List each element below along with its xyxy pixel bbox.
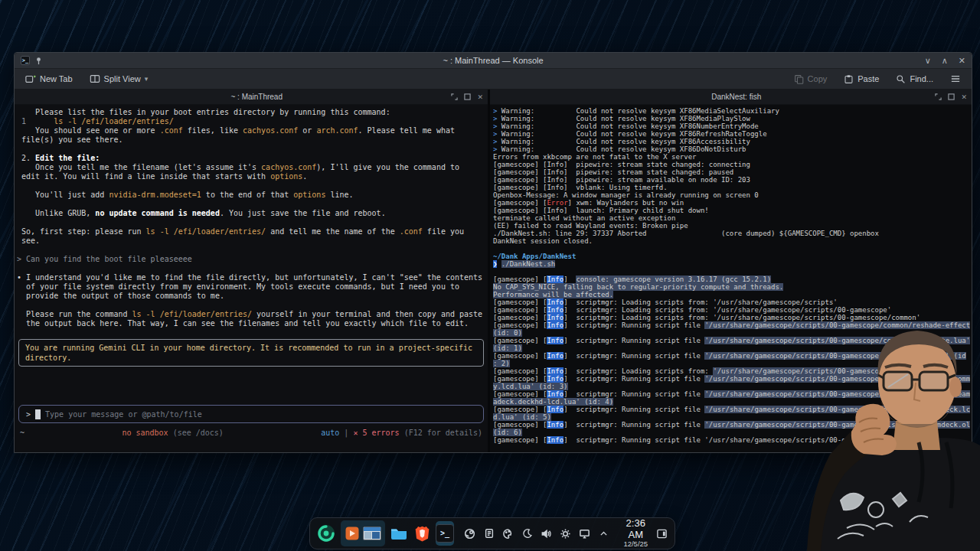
terminal-line: terminate called without an active excep… [493,214,970,222]
active-task-group[interactable] [341,520,385,546]
night-light-moon-icon[interactable] [521,527,534,540]
terminal-line: You should see one or more .conf files, … [17,126,485,135]
maximize-button[interactable]: ∧ [942,57,948,65]
sandbox-status: no sandbox (see /docs) [24,429,321,437]
terminal-line: ./DankNest.sh: line 29: 37337 Aborted (c… [493,230,970,237]
thumbnail-body [364,531,381,540]
task-konsole[interactable]: >_ [436,521,454,546]
titlebar-left: >_ [21,56,189,65]
terminal-line: provide the output of those commands to … [17,292,485,301]
color-palette-tray-icon[interactable] [501,527,514,540]
brightness-sun-icon[interactable] [559,527,572,540]
display-tray-icon[interactable] [578,527,591,540]
titlebar-buttons: ∨ ∧ ✕ [797,57,965,65]
terminal-line: [gamescope] [Info] pipewire: stream stat… [493,161,970,168]
paste-button[interactable]: Paste [839,72,884,86]
terminal-line: [gamescope] [Info] pipewire: stream avai… [493,176,970,184]
pane-danknest-title: DankNest: fish [537,93,935,101]
digital-clock[interactable]: 2:36 AM 12/5/25 [621,518,650,548]
gemini-cli-terminal[interactable]: Please list the files in your boot entri… [15,105,488,452]
gemini-notice-box: You are running Gemini CLI in your home … [18,339,484,367]
konsole-toolbar: New Tab Split View ▾ Copy Paste [15,69,972,90]
pin-icon[interactable] [34,57,43,65]
volume-icon[interactable] [540,527,553,540]
close-button[interactable]: ✕ [959,57,965,65]
close-pane-icon[interactable]: ✕ [961,93,967,101]
model-label: auto [321,429,339,437]
terminal-line: Unlike GRUB, no update command is needed… [17,209,485,218]
folder-icon [390,524,408,543]
search-icon [896,74,906,84]
green-app-icon [316,523,336,543]
steam-tray-icon[interactable] [463,527,476,540]
webcam-person-overlay [802,308,980,551]
find-button[interactable]: Find... [891,72,938,86]
terminal-line: Openbox-Message: A window manager is alr… [493,191,970,199]
task-dolphin-files[interactable] [390,521,408,546]
new-tab-button[interactable]: New Tab [21,71,77,86]
tray-expander-chevron-up-icon[interactable] [597,527,610,540]
terminal-line: Please run the command ls -l /efi/loader… [17,310,485,319]
terminal-line [17,218,485,227]
terminal-line: > Warning: Could not resolve keysym XF86… [493,145,970,153]
copy-button[interactable]: Copy [789,72,832,86]
terminal-line: > Warning: Could not resolve keysym XF86… [493,115,970,122]
terminal-line: > Can you find the boot file pleaseeee [17,255,485,264]
split-view-label: Split View [104,74,141,83]
hamburger-icon [950,74,961,83]
hamburger-menu-button[interactable] [946,72,965,86]
task-brave-browser[interactable] [413,521,431,546]
terminal-line: DankNest session closed. [493,237,970,245]
errors-hint: (F12 for details) [400,429,482,437]
launcher-green-app-icon[interactable] [316,521,336,546]
terminal-line: [gamescope] [Info] vblank: Using timerfd… [493,184,970,191]
terminal-line [17,264,485,273]
window-titlebar[interactable]: >_ ~ : MainThread — Konsole ∨ ∧ ✕ [15,53,972,69]
expand-pane-icon[interactable] [935,93,942,100]
konsole-app-icon: >_ [21,56,30,65]
system-tray [463,527,610,540]
terminal-line [17,246,485,255]
terminal-line: (EE) failed to read Wayland events: Brok… [493,222,970,230]
pane-mainthread-header[interactable]: ~ : MainThread ✕ [15,90,488,105]
terminal-line: of your file system directly from my env… [17,282,485,292]
detach-pane-icon[interactable] [948,93,955,100]
paste-icon [844,74,854,84]
terminal-line: Errors from xkbcomp are not fatal to the… [493,153,970,161]
terminal-line: [gamescope] [Error] xwm: Waylanders but … [493,199,970,207]
terminal-icon: >_ [436,524,454,543]
split-view-icon [90,73,100,84]
terminal-line: > Warning: Could not resolve keysym XF86… [493,138,970,145]
terminal-line: see. [17,236,485,246]
pane-mainthread-title: ~ : MainThread [62,93,451,101]
pane-danknest-header[interactable]: DankNest: fish ✕ [490,90,972,105]
window-thumbnail[interactable] [363,527,381,540]
split-view-button[interactable]: Split View ▾ [85,71,153,86]
panel-settings-icon[interactable] [655,521,668,546]
gemini-input[interactable]: > Type your message or @path/to/file [18,405,484,423]
notes-tray-icon[interactable] [482,527,495,540]
detach-pane-icon[interactable] [464,93,471,100]
terminal-line: the output back here. That way, I can se… [17,319,485,328]
pane-mainthread-controls: ✕ [451,93,483,101]
copy-icon [794,74,804,84]
brave-icon [413,525,431,543]
terminal-line: No CAP_SYS_NICE, falling back to regular… [493,283,970,291]
clock-date: 12/5/25 [621,540,650,548]
expand-pane-icon[interactable] [451,93,458,100]
window-title: ~ : MainThread — Konsole [189,56,797,65]
terminal-line: > Warning: Could not resolve keysym XF86… [493,122,970,130]
minimize-button[interactable]: ∨ [925,57,931,65]
terminal-line: 1 ls -l /efi/loader/entries/ [17,117,485,126]
terminal-line [17,181,485,191]
new-tab-icon [25,73,36,84]
close-pane-icon[interactable]: ✕ [477,93,483,101]
terminal-line: file(s) you see there. [17,135,485,145]
new-tab-label: New Tab [40,74,73,83]
terminal-line: [gamescope] [Info] console: gamescope ve… [493,276,970,283]
terminal-line: Performance will be affected. [493,291,970,298]
terminal-line: ❯ ./DankNest.sh [493,260,970,268]
terminal-line: > Warning: Could not resolve keysym XF86… [493,107,970,115]
terminal-line: [gamescope] [Info] pipewire: stream stat… [493,168,970,176]
paste-label: Paste [858,74,879,83]
